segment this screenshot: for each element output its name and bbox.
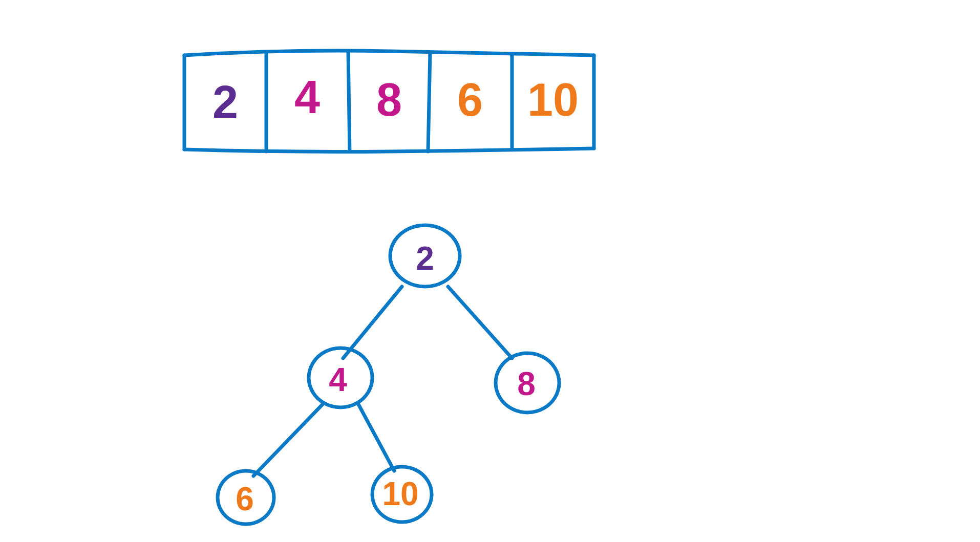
array-divider-3 — [428, 52, 430, 151]
edge-root-left — [343, 287, 402, 358]
edge-root-right — [448, 287, 512, 358]
array-cell-4: 10 — [527, 77, 579, 123]
diagram-svg — [0, 0, 980, 542]
node-left-right-value: 10 — [382, 478, 418, 510]
diagram-stage: 2 4 8 6 10 2 4 8 6 10 — [0, 0, 980, 542]
array-cell-0: 2 — [212, 79, 238, 125]
array-divider-2 — [348, 51, 350, 151]
edge-left-leftleft — [253, 404, 323, 476]
array-cell-1: 4 — [294, 74, 320, 120]
edge-left-leftright — [358, 404, 394, 471]
node-left-value: 4 — [329, 363, 347, 396]
array-cell-3: 6 — [457, 77, 483, 123]
array-cell-2: 8 — [376, 77, 402, 123]
node-right-value: 8 — [517, 367, 536, 400]
node-root-value: 2 — [416, 242, 434, 275]
array-bottom-border — [184, 148, 594, 152]
array-top-border — [184, 51, 594, 55]
node-left-left-value: 6 — [236, 483, 254, 515]
